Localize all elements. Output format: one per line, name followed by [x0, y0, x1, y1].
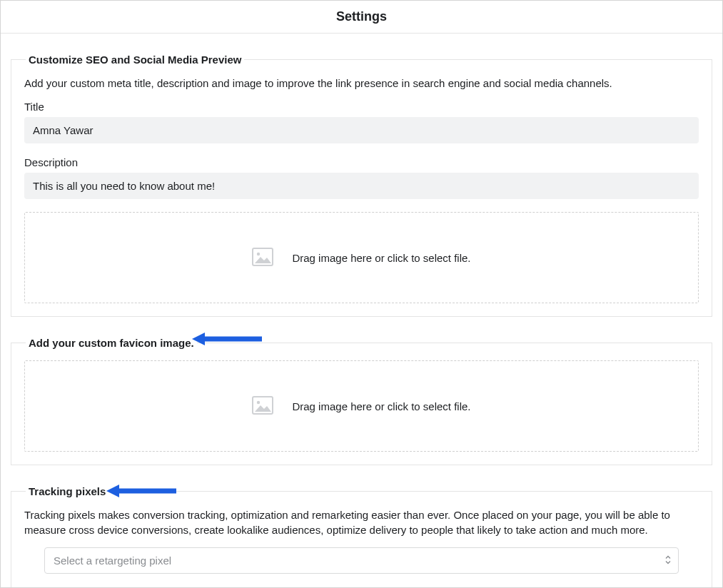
- image-icon: [252, 248, 273, 268]
- favicon-dropzone-text: Drag image here or click to select file.: [292, 400, 470, 412]
- favicon-section: Add your custom favicon image. Drag imag…: [11, 337, 712, 465]
- seo-section: Customize SEO and Social Media Preview A…: [11, 54, 712, 317]
- select-placeholder: Select a retargeting pixel: [54, 554, 171, 567]
- retargeting-pixel-select[interactable]: Select a retargeting pixel: [44, 547, 679, 574]
- tracking-section: Tracking pixels Tracking pixels makes co…: [11, 485, 712, 588]
- title-input[interactable]: [24, 117, 699, 143]
- retargeting-select-wrap: Select a retargeting pixel: [44, 547, 679, 574]
- description-label: Description: [24, 156, 699, 168]
- title-label: Title: [24, 101, 699, 113]
- tracking-legend: Tracking pixels: [26, 485, 108, 497]
- tracking-description: Tracking pixels makes conversion trackin…: [24, 507, 699, 537]
- settings-page: Settings Customize SEO and Social Media …: [0, 0, 723, 588]
- description-input[interactable]: [24, 173, 699, 199]
- svg-point-1: [257, 252, 260, 255]
- page-header: Settings: [1, 1, 722, 34]
- favicon-image-dropzone[interactable]: Drag image here or click to select file.: [24, 360, 699, 452]
- seo-legend: Customize SEO and Social Media Preview: [26, 54, 244, 66]
- image-icon: [252, 396, 273, 417]
- favicon-legend: Add your custom favicon image.: [26, 337, 197, 349]
- page-content: Customize SEO and Social Media Preview A…: [1, 54, 722, 588]
- seo-description: Add your custom meta title, description …: [24, 76, 699, 91]
- seo-dropzone-text: Drag image here or click to select file.: [292, 252, 470, 264]
- page-title: Settings: [336, 9, 387, 24]
- seo-image-dropzone[interactable]: Drag image here or click to select file.: [24, 212, 699, 303]
- svg-point-3: [257, 400, 260, 403]
